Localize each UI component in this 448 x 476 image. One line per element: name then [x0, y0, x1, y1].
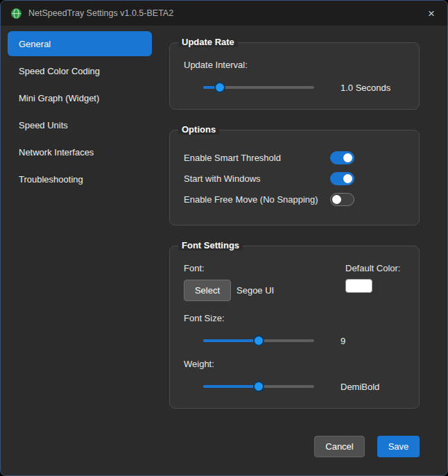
free-move-label: Enable Free Move (No Snapping): [184, 194, 330, 205]
sidebar: General Speed Color Coding Mini Graph (W…: [8, 31, 152, 475]
cancel-button[interactable]: Cancel: [314, 436, 365, 457]
update-interval-row: 1.0 Seconds: [184, 81, 405, 94]
font-select-button[interactable]: Select: [184, 280, 231, 301]
font-picker-area: Font: Select Segoe UI Default Color:: [184, 263, 405, 301]
update-interval-label: Update Interval:: [184, 60, 405, 70]
toggle-knob: [343, 153, 352, 162]
free-move-toggle[interactable]: [330, 193, 354, 206]
weight-slider[interactable]: [203, 380, 314, 393]
font-select-row: Select Segoe UI: [184, 280, 274, 301]
weight-value: DemiBold: [341, 382, 379, 392]
options-group: Options Enable Smart Threshold Start wit…: [169, 130, 420, 226]
font-size-slider[interactable]: [203, 334, 314, 347]
font-settings-group-title: Font Settings: [178, 240, 243, 250]
sidebar-item-speed-color-coding[interactable]: Speed Color Coding: [8, 58, 152, 83]
font-label: Font:: [184, 263, 274, 273]
slider-handle[interactable]: [253, 335, 264, 346]
slider-handle[interactable]: [253, 381, 264, 392]
default-color-swatch[interactable]: [345, 279, 372, 293]
footer-buttons: Cancel Save: [169, 436, 420, 475]
sidebar-item-troubleshooting[interactable]: Troubleshooting: [8, 167, 152, 192]
close-icon[interactable]: ×: [420, 3, 443, 23]
option-row-start-with-windows: Start with Windows: [184, 168, 405, 189]
font-size-row: 9: [184, 334, 405, 347]
update-interval-slider[interactable]: [203, 81, 314, 94]
sidebar-item-mini-graph[interactable]: Mini Graph (Widget): [8, 85, 152, 110]
start-with-windows-label: Start with Windows: [184, 173, 330, 184]
update-rate-group-title: Update Rate: [178, 37, 238, 47]
save-button[interactable]: Save: [377, 436, 420, 457]
weight-row: DemiBold: [184, 380, 405, 393]
slider-handle[interactable]: [214, 82, 225, 93]
smart-threshold-label: Enable Smart Threshold: [184, 153, 330, 163]
font-picker-left: Font: Select Segoe UI: [184, 263, 274, 301]
content-panel: Update Rate Update Interval: 1.0 Seconds…: [152, 26, 447, 475]
update-interval-value: 1.0 Seconds: [341, 83, 390, 93]
font-size-value: 9: [341, 336, 345, 346]
default-color-label: Default Color:: [345, 263, 405, 273]
update-rate-group: Update Rate Update Interval: 1.0 Seconds: [169, 42, 420, 110]
window-title: NetSpeedTray Settings v1.0.5-BETA2: [28, 8, 420, 18]
current-font-name: Segoe UI: [236, 285, 274, 296]
default-color-area: Default Color:: [345, 263, 405, 301]
options-group-title: Options: [178, 124, 219, 135]
smart-threshold-toggle[interactable]: [330, 151, 354, 164]
font-size-label: Font Size:: [184, 313, 405, 323]
main-area: General Speed Color Coding Mini Graph (W…: [1, 26, 447, 475]
toggle-knob: [332, 195, 341, 204]
sidebar-item-general[interactable]: General: [8, 31, 152, 56]
option-row-free-move: Enable Free Move (No Snapping): [184, 189, 405, 210]
start-with-windows-toggle[interactable]: [330, 172, 354, 185]
slider-fill: [203, 385, 259, 388]
titlebar: NetSpeedTray Settings v1.0.5-BETA2 ×: [1, 1, 447, 26]
weight-label: Weight:: [184, 359, 405, 369]
app-icon: [10, 8, 22, 19]
sidebar-item-network-interfaces[interactable]: Network Interfaces: [8, 139, 152, 164]
toggle-knob: [343, 174, 352, 183]
font-settings-group: Font Settings Font: Select Segoe UI Defa…: [169, 246, 420, 409]
sidebar-item-speed-units[interactable]: Speed Units: [8, 112, 152, 137]
settings-window: NetSpeedTray Settings v1.0.5-BETA2 × Gen…: [0, 0, 448, 476]
slider-fill: [203, 339, 259, 342]
option-row-smart-threshold: Enable Smart Threshold: [184, 147, 405, 168]
